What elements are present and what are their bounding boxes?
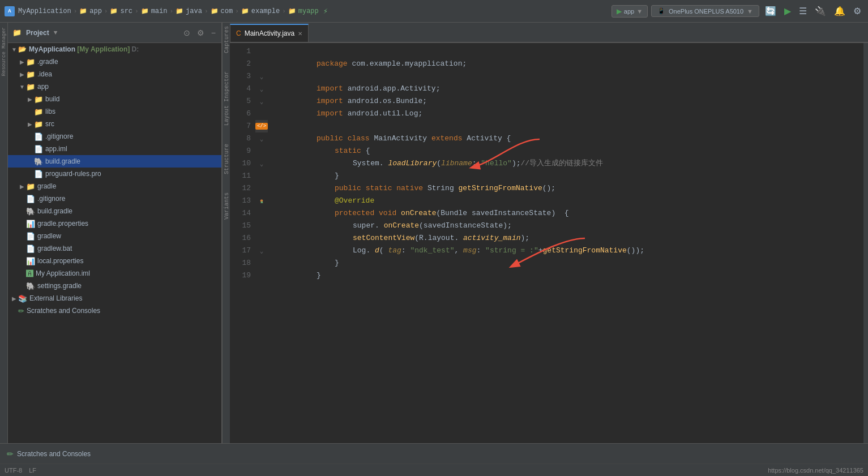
fold-icon-3[interactable]: ⌄ [255,70,268,83]
status-encoding[interactable]: UTF-8 [5,467,22,474]
panel-minimize-btn[interactable]: − [210,27,217,38]
plugins-button[interactable]: 🔌 [813,5,828,18]
app-arrow-down: ▼ [18,84,26,90]
local-props-icon: 📊 [26,257,35,265]
tree-item-gradle-props[interactable]: ▶ 📊 gradle.properties [8,217,221,230]
run-config-button[interactable]: ▶ app ▼ [612,5,648,18]
project-icon: 📂 [18,45,27,53]
code-line-1: package com.example.myapplication; [272,45,863,58]
status-line-ending[interactable]: LF [29,467,36,474]
tree-item-build-gradle[interactable]: ▶ 🐘 build.gradle [8,155,221,168]
captures-tab[interactable]: Captures [223,23,230,57]
fold-icon-5[interactable]: ⌄ [255,95,268,108]
panel-gear-btn[interactable]: ⚙ [196,27,206,38]
build-arrow: ▶ [26,96,34,102]
fold-icon-4[interactable]: ⌄ [255,83,268,95]
gradlew-icon: 📄 [26,232,35,241]
tree-label-build: build [45,95,59,103]
panel-dropdown[interactable]: ▼ [54,29,58,36]
tree-label-gitignore-root: .gitignore [37,195,65,203]
code-line-11: public static native String getStringFro… [272,170,863,182]
project-panel: 📁 Project ▼ ⊙ ⚙ − ▼ 📂 MyApplication [My … [8,23,222,443]
tree-item-app-iml[interactable]: ▶ 📄 app.iml [8,143,221,155]
editor-tab-mainactivity[interactable]: C MainActivity.java ✕ [230,24,309,42]
tree-item-build[interactable]: ▶ 📁 build [8,93,221,105]
variants-tab[interactable]: Variants [223,189,230,223]
breadcrumb-item4[interactable]: java [186,7,202,15]
breadcrumb-app[interactable]: MyApplication [18,7,71,15]
tree-item-gitignore-root[interactable]: ▶ 📄 .gitignore [8,192,221,205]
breadcrumb-item6[interactable]: example [251,7,280,15]
gutter: ⌄ ⌄ ⌄ </> ⌄ ⌄ ● ▲ ⌄ [255,43,268,443]
breadcrumb-item1[interactable]: app [89,7,102,15]
breadcrumb-item2[interactable]: src [120,7,132,15]
tab-close-button[interactable]: ✕ [298,31,302,37]
panel-title: Project [26,29,49,37]
run-gutter-icon[interactable]: </> [255,120,268,132]
file-tree: ▼ 📂 MyApplication [My Application] D: ▶ … [8,43,221,443]
push-gutter-icon[interactable]: ● ▲ [255,195,268,207]
tree-item-gradle-hidden[interactable]: ▶ 📁 .gradle [8,55,221,68]
code-line-18: } [272,257,863,269]
tree-label-src: src [45,120,54,128]
vertical-scrollbar[interactable] [863,43,868,443]
panel-scope-btn[interactable]: ⊙ [182,27,191,38]
tree-item-settings-gradle[interactable]: ▶ 🐘 settings.gradle [8,280,221,292]
breadcrumb-folder5: 📁 [211,7,219,15]
code-area[interactable]: package com.example.myapplication; impor… [268,43,863,443]
code-line-3: import android.app.Activity; [272,70,863,83]
tree-item-gradle-folder[interactable]: ▶ 📁 gradle [8,180,221,192]
gradle-props-icon: 📊 [26,220,35,228]
tree-item-scratches[interactable]: ▶ ✏ Scratches and Consoles [8,305,221,317]
code-container: 12345 678910 1112131415 16171819 ⌄ ⌄ ⌄ <… [230,43,868,443]
fold-icon-10[interactable]: ⌄ [255,157,268,170]
class-run-icon[interactable]: </> [255,123,268,130]
menu-button[interactable]: ☰ [797,5,809,18]
tree-item-src[interactable]: ▶ 📁 src [8,118,221,130]
device-label: OnePlus ONEPLUS A5010 [669,8,743,15]
breadcrumb-folder2: 📁 [110,7,118,15]
java-file-icon: C [236,29,241,37]
tree-item-app[interactable]: ▼ 📁 app [8,80,221,93]
tree-item-local-props[interactable]: ▶ 📊 local.properties [8,255,221,267]
tree-item-build-gradle-root[interactable]: ▶ 🐘 build.gradle [8,205,221,217]
breadcrumb-folder6: 📁 [241,7,249,15]
tree-label-gradle-hidden: .gradle [37,58,58,66]
breadcrumb-folder7: 📁 [288,7,296,15]
tree-item-libs[interactable]: ▶ 📁 libs [8,105,221,118]
run-button[interactable]: ▶ [782,5,793,18]
resource-manager-tab[interactable]: Resource Manager [0,25,8,78]
tree-item-idea[interactable]: ▶ 📁 .idea [8,68,221,80]
tree-item-myapp-iml[interactable]: ▶ 🅰 My Application.iml [8,267,221,280]
scratches-panel-icon: ✏ [7,449,14,458]
fold-icon-8[interactable]: ⌄ [255,132,268,145]
gradle-folder-icon: 📁 [26,182,35,191]
project-folder-icon: 📁 [12,28,22,37]
tree-item-external-libs[interactable]: ▶ 📚 External Libraries [8,292,221,305]
tree-label-gradlew-bat: gradlew.bat [37,245,72,252]
scratches-panel-text: Scratches and Consoles [17,450,91,458]
breadcrumb-item5[interactable]: com [221,7,233,15]
run-config-label: app [624,8,634,15]
tree-label-settings-gradle: settings.gradle [37,282,82,290]
tree-item-proguard[interactable]: ▶ 📄 proguard-rules.pro [8,168,221,180]
tree-label-gradle-folder: gradle [37,182,56,190]
tree-item-gitignore-app[interactable]: ▶ 📄 .gitignore [8,130,221,143]
breadcrumb-item3[interactable]: main [151,7,168,15]
dropdown-arrow: ▼ [636,8,643,15]
notifications-button[interactable]: 🔔 [832,5,848,18]
sync-button[interactable]: 🔄 [763,5,779,18]
arrow-down-icon: ▼ [10,46,18,53]
fold-icon-17[interactable]: ⌄ [255,245,268,257]
structure-tab[interactable]: Structure [223,140,230,178]
device-button[interactable]: 📱 OnePlus ONEPLUS A5010 ▼ [651,5,759,17]
breadcrumb-item7[interactable]: myapp [298,7,319,15]
tree-item-gradlew[interactable]: ▶ 📄 gradlew [8,230,221,242]
tree-label-build-gradle-root: build.gradle [37,207,72,215]
tree-item-gradlew-bat[interactable]: ▶ 📄 gradlew.bat [8,242,221,255]
src-arrow: ▶ [26,121,34,127]
scratches-label[interactable]: ✏ Scratches and Consoles [7,449,91,458]
layout-tab[interactable]: Layout Inspector [223,68,230,129]
tree-item-root[interactable]: ▼ 📂 MyApplication [My Application] D: [8,43,221,55]
settings-icon[interactable]: ⚙ [851,5,863,18]
